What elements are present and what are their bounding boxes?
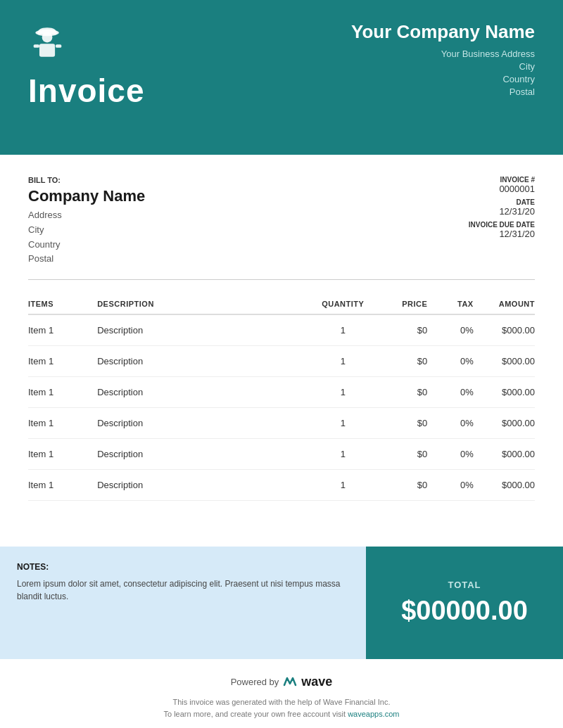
date-label: DATE xyxy=(408,198,535,206)
row-amount-2: $000.00 xyxy=(474,377,535,408)
row-quantity-3: 1 xyxy=(312,408,374,439)
table-row: Item 1 Description 1 $0 0% $000.00 xyxy=(28,346,535,377)
svg-point-1 xyxy=(42,32,53,43)
col-header-items: ITEMS xyxy=(28,294,97,314)
table-row: Item 1 Description 1 $0 0% $000.00 xyxy=(28,439,535,470)
bill-to-section: BILL TO: Company Name Address City Count… xyxy=(28,176,408,267)
row-tax-3: 0% xyxy=(427,408,473,439)
wave-logo: wave xyxy=(283,675,332,689)
powered-by-line: Powered by wave xyxy=(28,675,535,689)
svg-rect-4 xyxy=(56,44,61,48)
row-amount-5: $000.00 xyxy=(474,470,535,501)
table-row: Item 1 Description 1 $0 0% $000.00 xyxy=(28,377,535,408)
notes-text: Lorem ipsum dolor sit amet, consectetur … xyxy=(17,577,349,603)
client-city: City xyxy=(28,223,408,238)
total-box: TOTAL $00000.00 xyxy=(366,547,563,659)
header-company-name: Your Company Name xyxy=(351,21,535,43)
row-item-0: Item 1 xyxy=(28,314,97,346)
date-value: 12/31/20 xyxy=(408,206,535,217)
footer-section: NOTES: Lorem ipsum dolor sit amet, conse… xyxy=(0,547,563,659)
due-date-value: 12/31/20 xyxy=(408,229,535,239)
row-description-2: Description xyxy=(97,377,312,408)
row-amount-1: $000.00 xyxy=(474,346,535,377)
col-header-description: DESCRIPTION xyxy=(97,294,312,314)
header-address-city: City xyxy=(519,61,535,72)
row-item-5: Item 1 xyxy=(28,470,97,501)
section-divider xyxy=(28,279,535,280)
info-section: BILL TO: Company Name Address City Count… xyxy=(28,176,535,267)
table-header-row: ITEMS DESCRIPTION QUANTITY PRICE TAX AMO… xyxy=(28,294,535,314)
footer-disclaimer: This invoice was generated with the help… xyxy=(28,696,535,721)
date-block: DATE 12/31/20 xyxy=(408,198,535,217)
row-description-4: Description xyxy=(97,439,312,470)
invoice-number-value: 0000001 xyxy=(408,184,535,194)
row-quantity-1: 1 xyxy=(312,346,374,377)
svg-rect-3 xyxy=(34,44,39,48)
col-header-amount: AMOUNT xyxy=(474,294,535,314)
col-header-tax: TAX xyxy=(427,294,473,314)
row-tax-1: 0% xyxy=(427,346,473,377)
row-item-2: Item 1 xyxy=(28,377,97,408)
powered-by-text: Powered by xyxy=(231,677,279,687)
due-date-block: INVOICE DUE DATE 12/31/20 xyxy=(408,221,535,239)
wave-brand-text: wave xyxy=(301,675,332,689)
row-item-1: Item 1 xyxy=(28,346,97,377)
row-price-3: $0 xyxy=(374,408,427,439)
invoice-content: BILL TO: Company Name Address City Count… xyxy=(0,155,563,547)
row-tax-2: 0% xyxy=(427,377,473,408)
row-price-0: $0 xyxy=(374,314,427,346)
due-date-label: INVOICE DUE DATE xyxy=(408,221,535,229)
invoice-number-label: INVOICE # xyxy=(408,176,535,184)
disclaimer-line1: This invoice was generated with the help… xyxy=(173,698,391,706)
row-description-0: Description xyxy=(97,314,312,346)
total-label: TOTAL xyxy=(448,580,481,590)
row-quantity-2: 1 xyxy=(312,377,374,408)
client-country: Country xyxy=(28,238,408,253)
row-amount-4: $000.00 xyxy=(474,439,535,470)
wave-icon xyxy=(283,675,298,688)
client-address: Address xyxy=(28,208,408,223)
row-price-5: $0 xyxy=(374,470,427,501)
col-header-price: PRICE xyxy=(374,294,427,314)
header-address-postal: Postal xyxy=(510,87,535,97)
invoice-page: Invoice Your Company Name Your Business … xyxy=(0,0,563,728)
row-price-1: $0 xyxy=(374,346,427,377)
row-quantity-4: 1 xyxy=(312,439,374,470)
row-item-4: Item 1 xyxy=(28,439,97,470)
client-postal: Postal xyxy=(28,252,408,267)
table-row: Item 1 Description 1 $0 0% $000.00 xyxy=(28,470,535,501)
company-logo-icon xyxy=(28,21,67,63)
row-amount-3: $000.00 xyxy=(474,408,535,439)
invoice-title: Invoice xyxy=(28,72,145,110)
powered-by-section: Powered by wave This invoice was generat… xyxy=(0,659,563,728)
row-quantity-5: 1 xyxy=(312,470,374,501)
row-tax-0: 0% xyxy=(427,314,473,346)
table-row: Item 1 Description 1 $0 0% $000.00 xyxy=(28,408,535,439)
invoice-header: Invoice Your Company Name Your Business … xyxy=(0,0,563,155)
row-description-3: Description xyxy=(97,408,312,439)
col-header-quantity: QUANTITY xyxy=(312,294,374,314)
invoice-meta-section: INVOICE # 0000001 DATE 12/31/20 INVOICE … xyxy=(408,176,535,243)
header-address-line1: Your Business Address xyxy=(441,49,535,59)
row-tax-4: 0% xyxy=(427,439,473,470)
row-item-3: Item 1 xyxy=(28,408,97,439)
bill-to-label: BILL TO: xyxy=(28,176,408,184)
header-right: Your Company Name Your Business Address … xyxy=(351,21,535,99)
items-table: ITEMS DESCRIPTION QUANTITY PRICE TAX AMO… xyxy=(28,294,535,501)
total-amount: $00000.00 xyxy=(401,596,528,626)
row-quantity-0: 1 xyxy=(312,314,374,346)
svg-rect-2 xyxy=(39,44,55,56)
header-address-country: Country xyxy=(502,74,535,84)
disclaimer-line2: To learn more, and create your own free … xyxy=(163,710,346,718)
notes-box: NOTES: Lorem ipsum dolor sit amet, conse… xyxy=(0,547,366,659)
table-row: Item 1 Description 1 $0 0% $000.00 xyxy=(28,314,535,346)
row-tax-5: 0% xyxy=(427,470,473,501)
row-description-1: Description xyxy=(97,346,312,377)
waveapps-link[interactable]: waveapps.com xyxy=(348,710,399,718)
row-description-5: Description xyxy=(97,470,312,501)
notes-label: NOTES: xyxy=(17,562,349,572)
header-left: Invoice xyxy=(28,21,145,110)
row-price-4: $0 xyxy=(374,439,427,470)
row-price-2: $0 xyxy=(374,377,427,408)
row-amount-0: $000.00 xyxy=(474,314,535,346)
